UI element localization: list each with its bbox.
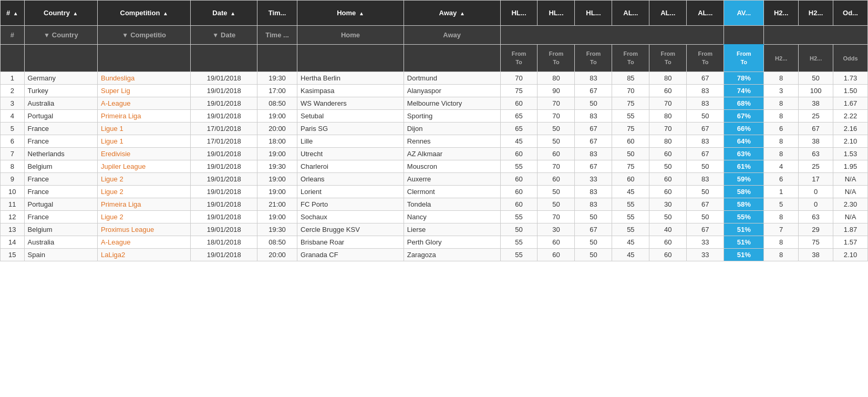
cell-away: Mouscron [404, 160, 500, 173]
cell-time: 19:00 [257, 148, 297, 160]
cell-hl2: 70 [538, 97, 575, 110]
cell-av: 59% [724, 173, 764, 186]
col-header-competition[interactable]: Competition ▲ [97, 1, 190, 26]
cell-num: 9 [1, 173, 25, 186]
cell-date: 19/01/2018 [191, 223, 257, 236]
cell-hl2: 60 [538, 249, 575, 261]
col-header-al3[interactable]: AL... [687, 1, 724, 26]
cell-hl1: 65 [500, 110, 538, 123]
cell-h22: 63 [799, 211, 833, 223]
filter-country[interactable]: ▼ Country [24, 26, 97, 45]
col-header-al1[interactable]: AL... [612, 1, 649, 26]
cell-hl3: 67 [575, 223, 612, 236]
cell-al2: 60 [649, 85, 687, 97]
cell-h21: 8 [764, 148, 799, 160]
cell-date: 19/01/2018 [191, 72, 257, 85]
col-odd-label: Od... [843, 9, 858, 17]
cell-odd: 1.95 [833, 160, 868, 173]
filter-home: Home [297, 26, 404, 45]
cell-al3: 67 [687, 148, 724, 160]
cell-competition: Proximus League [97, 223, 190, 236]
col-header-date[interactable]: Date ▲ [191, 1, 257, 26]
cell-num: 1 [1, 72, 25, 85]
col-header-time[interactable]: Tim... [257, 1, 297, 26]
table-row: 10 France Ligue 2 19/01/2018 19:00 Lorie… [1, 186, 868, 198]
sort-arrow: ▲ [460, 11, 465, 16]
cell-home: Brisbane Roar [297, 236, 404, 249]
cell-hl1: 55 [500, 160, 538, 173]
cell-num: 5 [1, 123, 25, 135]
filter-icon: ▼ [122, 32, 128, 39]
cell-time: 08:50 [257, 236, 297, 249]
cell-country: Belgium [24, 160, 97, 173]
cell-al3: 33 [687, 236, 724, 249]
col-header-home[interactable]: Home ▲ [297, 1, 404, 26]
col-country-label: Country [44, 9, 70, 17]
col-header-hl2[interactable]: HL... [538, 1, 575, 26]
cell-al1: 50 [612, 148, 649, 160]
cell-h21: 8 [764, 236, 799, 249]
cell-country: France [24, 211, 97, 223]
filter-competition[interactable]: ▼ Competitio [97, 26, 190, 45]
cell-hl1: 50 [500, 223, 538, 236]
cell-av: 64% [724, 135, 764, 148]
cell-date: 19/01/2018 [191, 198, 257, 211]
subheader-av-fromto: From To [724, 45, 764, 72]
to-label: To [702, 58, 709, 66]
cell-h21: 8 [764, 110, 799, 123]
cell-hl3: 83 [575, 148, 612, 160]
table-row: 12 France Ligue 2 19/01/2018 19:00 Socha… [1, 211, 868, 223]
cell-hl2: 60 [538, 236, 575, 249]
col-header-num[interactable]: # ▲ [1, 1, 25, 26]
cell-av: 78% [724, 72, 764, 85]
subheader-competition [97, 45, 190, 72]
cell-h21: 7 [764, 223, 799, 236]
col-header-al2[interactable]: AL... [649, 1, 687, 26]
cell-h22: 0 [799, 198, 833, 211]
cell-h21: 5 [764, 198, 799, 211]
cell-al2: 60 [649, 173, 687, 186]
cell-away: Perth Glory [404, 236, 500, 249]
cell-al2: 80 [649, 135, 687, 148]
cell-hl2: 70 [538, 211, 575, 223]
cell-hl3: 83 [575, 198, 612, 211]
col-header-hl3[interactable]: HL... [575, 1, 612, 26]
col-header-country[interactable]: Country ▲ [24, 1, 97, 26]
cell-hl3: 50 [575, 211, 612, 223]
col-h22-label: H2... [809, 9, 823, 17]
subheader-num [1, 45, 25, 72]
col-header-away[interactable]: Away ▲ [404, 1, 500, 26]
col-header-h22[interactable]: H2... [799, 1, 833, 26]
cell-date: 19/01/2018 [191, 173, 257, 186]
cell-h22: 67 [799, 123, 833, 135]
filter-av-active [724, 26, 764, 45]
cell-time: 19:30 [257, 72, 297, 85]
cell-al3: 83 [687, 97, 724, 110]
table-row: 2 Turkey Super Lig 19/01/2018 17:00 Kasi… [1, 85, 868, 97]
col-header-av[interactable]: AV... [724, 1, 764, 26]
subheader-al2-fromto: From To [649, 45, 687, 72]
filter-time[interactable]: Time ... [257, 26, 297, 45]
cell-hl1: 65 [500, 123, 538, 135]
cell-competition: Primeira Liga [97, 110, 190, 123]
col-header-h21[interactable]: H2... [764, 1, 799, 26]
cell-al2: 60 [649, 148, 687, 160]
from-label: From [586, 50, 601, 58]
cell-hl3: 83 [575, 110, 612, 123]
from-label: From [661, 50, 676, 58]
filter-h2-odd-spacer [764, 26, 868, 45]
cell-hl3: 50 [575, 97, 612, 110]
col-header-hl1[interactable]: HL... [500, 1, 538, 26]
cell-hl2: 80 [538, 72, 575, 85]
cell-h21: 4 [764, 160, 799, 173]
filter-date[interactable]: ▼ Date [191, 26, 257, 45]
cell-competition: Primeira Liga [97, 198, 190, 211]
subheader-date [191, 45, 257, 72]
cell-odd: 2.22 [833, 110, 868, 123]
cell-competition: Ligue 1 [97, 135, 190, 148]
col-header-odd[interactable]: Od... [833, 1, 868, 26]
cell-odd: 2.10 [833, 135, 868, 148]
cell-home: Sochaux [297, 211, 404, 223]
cell-date: 17/01/2018 [191, 135, 257, 148]
cell-date: 19/01/2018 [191, 148, 257, 160]
